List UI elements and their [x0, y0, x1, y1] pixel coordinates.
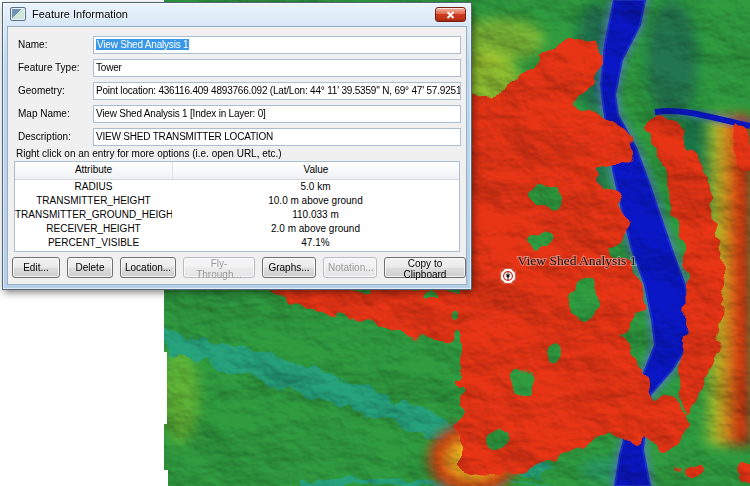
table-row[interactable]: PERCENT_VISIBLE 47.1% — [15, 236, 459, 250]
attribute-cell: RECEIVER_HEIGHT — [15, 222, 172, 236]
map-name-label: Map Name: — [18, 108, 70, 119]
dialog-button-row: Edit... Delete Location... Fly-Through..… — [12, 257, 466, 278]
screen: View Shed Analysis 1 Feature Information… — [0, 0, 750, 486]
attribute-cell: TRANSMITTER_HEIGHT — [15, 194, 172, 208]
attribute-cell: TRANSMITTER_GROUND_HEIGHT — [15, 208, 172, 222]
edit-button[interactable]: Edit... — [12, 257, 60, 278]
attribute-cell: RADIUS — [15, 180, 172, 194]
value-cell: 5.0 km — [172, 180, 459, 194]
attribute-cell: PERCENT_VISIBLE — [15, 236, 172, 250]
table-row[interactable]: RADIUS 5.0 km — [15, 180, 459, 194]
table-row[interactable]: TRANSMITTER_HEIGHT 10.0 m above ground — [15, 194, 459, 208]
copy-to-clipboard-button[interactable]: Copy to Clipboard — [384, 257, 466, 278]
viewshed-tower-marker-icon[interactable] — [501, 269, 515, 283]
value-cell: 110.033 m — [172, 208, 459, 222]
table-row[interactable]: RECEIVER_HEIGHT 2.0 m above ground — [15, 222, 459, 236]
attribute-column-header: Attribute — [15, 162, 173, 179]
location-button[interactable]: Location... — [120, 257, 176, 278]
value-cell: 10.0 m above ground — [172, 194, 459, 208]
name-field[interactable]: View Shed Analysis 1 — [93, 36, 461, 54]
attribute-table-header: Attribute Value — [15, 162, 459, 180]
name-label: Name: — [18, 39, 47, 50]
right-click-hint: Right click on an entry for more options… — [16, 148, 282, 159]
attribute-table: Attribute Value RADIUS 5.0 km TRANSMITTE… — [14, 161, 460, 252]
geometry-field[interactable]: Point location: 436116.409 4893766.092 (… — [93, 82, 461, 100]
value-cell: 47.1% — [172, 236, 459, 250]
feature-information-dialog: Feature Information Name: View Shed Anal… — [2, 2, 472, 290]
name-field-selected-text: View Shed Analysis 1 — [96, 39, 189, 50]
map-name-field[interactable]: View Shed Analysis 1 [Index in Layer: 0] — [93, 105, 461, 123]
delete-button[interactable]: Delete — [67, 257, 113, 278]
dialog-client-area: Name: View Shed Analysis 1 Feature Type:… — [7, 26, 467, 285]
fly-through-button: Fly-Through... — [183, 257, 255, 278]
close-button[interactable] — [435, 7, 466, 22]
description-label: Description: — [18, 131, 71, 142]
notation-button: Notation... — [323, 257, 377, 278]
description-field[interactable]: VIEW SHED TRANSMITTER LOCATION — [93, 128, 461, 146]
table-row[interactable]: TRANSMITTER_GROUND_HEIGHT 110.033 m — [15, 208, 459, 222]
close-icon — [446, 11, 455, 19]
window-icon — [10, 7, 26, 21]
feature-type-label: Feature Type: — [18, 62, 80, 73]
value-cell: 2.0 m above ground — [172, 222, 459, 236]
feature-type-field[interactable]: Tower — [93, 59, 461, 77]
dialog-titlebar[interactable]: Feature Information — [3, 3, 471, 25]
marker-label: View Shed Analysis 1 — [518, 253, 637, 268]
graphs-button[interactable]: Graphs... — [262, 257, 316, 278]
geometry-label: Geometry: — [18, 85, 65, 96]
dialog-title: Feature Information — [32, 8, 128, 20]
value-column-header: Value — [173, 162, 459, 179]
